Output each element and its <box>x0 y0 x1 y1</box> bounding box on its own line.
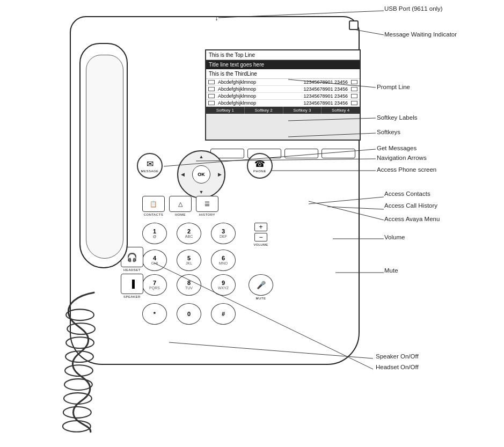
softkey-btn-4[interactable] <box>322 149 355 158</box>
key-7[interactable]: 7 PQRS <box>142 274 167 296</box>
key-6-letters: MNO <box>219 261 228 265</box>
speaker-button-area: ▐ SPEAKER <box>121 274 143 298</box>
key-1-letters: @ <box>152 235 156 238</box>
volume-label-annotation: Volume <box>384 234 405 240</box>
nav-ok-button[interactable]: OK <box>192 165 210 184</box>
mute-area: 🎤 MUTE <box>245 274 276 300</box>
access-contacts-label: Access Contacts <box>384 190 430 197</box>
phone-button[interactable]: ☎ PHONE <box>247 153 273 179</box>
key-7-letters: PQRS <box>149 286 160 290</box>
row-text-3: Abcdefghijklmnop <box>217 93 283 99</box>
handset <box>79 43 128 268</box>
usb-port-label: USB Port (9611 only) <box>384 5 443 12</box>
headset-label: HEADSET <box>123 268 141 272</box>
history-icon: ☰ <box>204 201 210 208</box>
mwi-label: Message Waiting Indicator <box>384 31 457 38</box>
speaker-onoff-label: Speaker On/Off <box>376 353 419 360</box>
svg-point-4 <box>65 365 93 376</box>
contacts-button-area: 📋 CONTACTS <box>142 196 165 216</box>
row-number-3: 12345678901 23456 <box>283 93 349 99</box>
key-8[interactable]: 8 TUV <box>177 274 201 296</box>
key-hash-number: # <box>222 311 225 317</box>
key-9-letters: WXYZ <box>218 286 229 290</box>
home-label: HOME <box>175 213 186 216</box>
volume-up-button[interactable]: + <box>254 223 267 231</box>
row-indicator-right-3 <box>349 94 360 98</box>
history-label: HISTORY <box>199 213 215 216</box>
key-2-number: 2 <box>187 229 191 235</box>
history-button-area: ☰ HISTORY <box>196 196 218 216</box>
key-4[interactable]: 4 GHI <box>142 250 167 271</box>
nav-right-arrow[interactable]: ▶ <box>218 172 222 177</box>
softkey-label-1: Softkey 1 <box>206 107 245 114</box>
home-button[interactable]: △ <box>169 196 192 212</box>
volume-label: VOLUME <box>253 243 268 246</box>
key-5-letters: JKL <box>186 261 192 265</box>
display-row-2: Abcdefghijklmnop 12345678901 23456 <box>206 86 360 93</box>
row-indicator-right-2 <box>349 87 360 91</box>
nav-up-arrow[interactable]: ▲ <box>199 154 204 159</box>
key-2[interactable]: 2 ABC <box>177 223 201 244</box>
row-text-1: Abcdefghijklmnop <box>217 79 283 85</box>
message-button[interactable]: ✉ MESSAGE <box>137 153 163 179</box>
speaker-button[interactable]: ▐ <box>121 274 143 294</box>
key-9[interactable]: 9 WXYZ <box>211 274 236 296</box>
display-third-line: This is the ThirdLine <box>206 69 360 79</box>
volume-down-button[interactable]: − <box>254 233 267 241</box>
handset-inner <box>86 55 123 259</box>
get-messages-label: Get Messages <box>377 145 417 151</box>
contacts-button[interactable]: 📋 <box>142 196 165 212</box>
key-5[interactable]: 5 JKL <box>177 250 201 271</box>
row-text-2: Abcdefghijklmnop <box>217 86 283 92</box>
access-avaya-menu-label: Access Avaya Menu <box>384 216 440 222</box>
row-indicator-right-4 <box>349 101 360 105</box>
keypad: 1 @ 2 ABC 3 DEF + − VOLUME 4 GHI 5 JKL 6… <box>142 223 276 325</box>
key-0[interactable]: 0 <box>177 303 201 325</box>
home-icon: △ <box>178 201 182 208</box>
nav-down-arrow[interactable]: ▼ <box>199 189 204 195</box>
row-indicator-left-1 <box>206 80 217 84</box>
message-icon: ✉ <box>147 159 154 169</box>
key-star[interactable]: * <box>142 303 167 325</box>
contacts-label: CONTACTS <box>144 213 164 216</box>
navigation-arrows-label: Navigation Arrows <box>377 155 427 161</box>
key-8-letters: TUV <box>185 286 193 290</box>
mute-label: MUTE <box>256 297 266 300</box>
mute-label-annotation: Mute <box>384 267 398 274</box>
softkey-label-3: Softkey 3 <box>283 107 322 114</box>
usb-arrow: ↓ <box>215 13 218 22</box>
display-row-3: Abcdefghijklmnop 12345678901 23456 <box>206 93 360 100</box>
key-6-number: 6 <box>222 255 225 261</box>
vol-placeholder <box>245 250 276 271</box>
row-indicator-left-2 <box>206 87 217 91</box>
diagram-container: This is the Top Line Title line text goe… <box>0 0 504 447</box>
softkey-label-2: Softkey 2 <box>245 107 283 114</box>
history-button[interactable]: ☰ <box>196 196 218 212</box>
display-row-4: Abcdefghijklmnop 12345678901 23456 <box>206 100 360 107</box>
row-number-1: 12345678901 23456 <box>283 79 349 85</box>
display-title-line: Title line text goes here <box>206 60 360 69</box>
nav-circle: OK ▲ ▼ ◀ ▶ <box>177 150 225 199</box>
softkey-btn-3[interactable] <box>284 149 318 158</box>
key-4-number: 4 <box>153 255 156 261</box>
row-number-2: 12345678901 23456 <box>283 86 349 92</box>
mute-bottom-placeholder <box>245 303 276 325</box>
nav-left-arrow[interactable]: ◀ <box>181 172 185 177</box>
phone-icon: ☎ <box>254 159 265 169</box>
svg-point-8 <box>63 421 91 432</box>
svg-point-5 <box>64 379 92 390</box>
key-hash[interactable]: # <box>211 303 236 325</box>
mute-button[interactable]: 🎤 <box>249 274 273 296</box>
nav-cluster: OK ▲ ▼ ◀ ▶ <box>166 148 236 201</box>
mute-icon: 🎤 <box>257 281 266 289</box>
display-top-line: This is the Top Line <box>206 50 360 60</box>
key-6[interactable]: 6 MNO <box>211 250 236 271</box>
access-phone-screen-label: Access Phone screen <box>377 166 436 173</box>
key-3[interactable]: 3 DEF <box>211 223 236 244</box>
access-call-history-label: Access Call History <box>384 202 437 209</box>
contacts-icon: 📋 <box>150 201 157 208</box>
headset-icon: 🎧 <box>127 252 137 262</box>
row-indicator-left-3 <box>206 94 217 98</box>
key-1[interactable]: 1 @ <box>142 223 167 244</box>
prompt-line-label: Prompt Line <box>377 84 410 90</box>
